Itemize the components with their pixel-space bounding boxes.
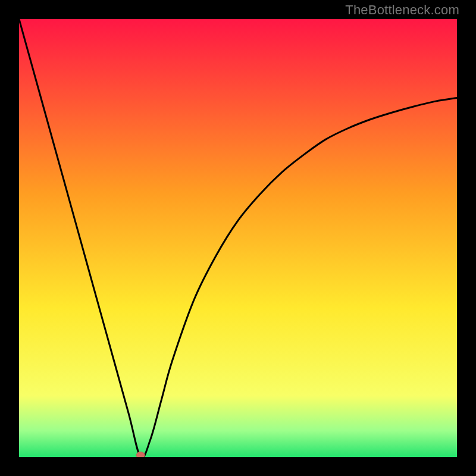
minimum-marker-icon <box>136 452 145 458</box>
watermark-text: TheBottleneck.com <box>345 2 459 18</box>
gradient-chart <box>19 19 457 457</box>
chart-frame: TheBottleneck.com <box>0 0 476 476</box>
plot-area <box>19 19 457 457</box>
gradient-background <box>19 19 457 457</box>
